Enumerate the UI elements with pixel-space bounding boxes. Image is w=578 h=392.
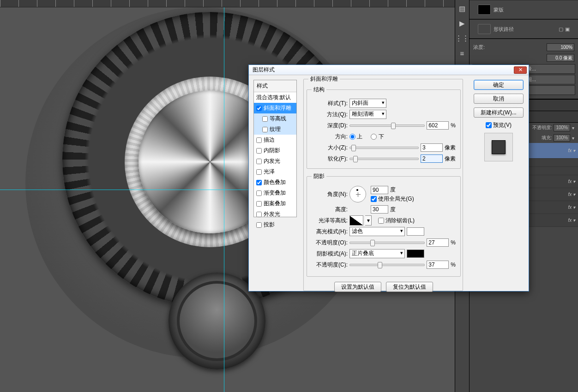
style-item-checkbox[interactable] (256, 190, 262, 196)
style-combo[interactable]: 内斜面 (349, 99, 386, 108)
style-item-checkbox[interactable] (256, 106, 262, 111)
style-item-label: 描边 (264, 136, 275, 144)
style-item-checkbox[interactable] (256, 222, 262, 228)
anti-alias-checkbox[interactable]: 消除锯齿(L) (378, 217, 415, 225)
shadow-mode-combo[interactable]: 正片叠底 (349, 249, 405, 258)
fill-label: 填充: (542, 135, 552, 141)
style-item-checkbox[interactable] (256, 159, 262, 164)
style-label: 样式(T): (312, 100, 348, 107)
ruler-horizontal (0, 0, 455, 7)
layer-style-dialog: 图层样式 ✕ 样式 混合选项:默认 斜面和浮雕等高线纹理描边内阴影内发光光泽颜色… (248, 65, 529, 291)
style-item-checkbox[interactable] (256, 180, 262, 185)
guide-vertical[interactable] (224, 7, 224, 392)
style-item-checkbox[interactable] (256, 148, 262, 154)
layer-fx-badge[interactable]: fx ▾ (568, 218, 575, 223)
size-input[interactable]: 3 (421, 143, 443, 152)
depth-unit: % (451, 122, 456, 129)
brush-preset-icon[interactable]: ⋮⋮ (456, 32, 468, 44)
shadow-color-swatch[interactable] (407, 249, 424, 258)
cancel-button[interactable]: 取消 (474, 94, 524, 104)
direction-down-radio[interactable]: 下 (371, 133, 384, 141)
style-item-checkbox[interactable] (256, 169, 262, 175)
opacity-value[interactable]: 100% (554, 124, 570, 131)
technique-label: 方法(Q): (312, 111, 348, 119)
style-item-11[interactable]: 投影 (254, 220, 296, 230)
default-buttons-row: 设置为默认值 复位为默认值 (307, 280, 461, 294)
style-item-checkbox[interactable] (262, 116, 268, 122)
use-global-light-checkbox[interactable]: 使用全局光(G) (371, 195, 414, 203)
blend-options-row[interactable]: 混合选项:默认 (254, 92, 296, 103)
style-item-2[interactable]: 纹理 (254, 124, 296, 135)
highlight-opacity-unit: % (451, 239, 456, 246)
close-button[interactable]: ✕ (514, 66, 527, 74)
style-item-label: 等高线 (270, 115, 286, 123)
style-item-label: 图案叠加 (264, 200, 286, 208)
highlight-color-swatch[interactable] (407, 227, 424, 236)
style-item-checkbox[interactable] (256, 212, 262, 217)
style-item-0[interactable]: 斜面和浮雕 (254, 103, 296, 113)
angle-input[interactable]: 90 (371, 186, 388, 194)
layer-fx-badge[interactable]: fx ▾ (568, 179, 575, 184)
shadow-opacity-slider[interactable] (349, 264, 425, 266)
highlight-opacity-slider[interactable] (349, 242, 425, 244)
depth-slider[interactable] (349, 125, 425, 127)
gloss-contour-swatch[interactable] (349, 215, 363, 226)
angle-dial[interactable] (349, 186, 366, 202)
mask-thumb-icon[interactable] (478, 5, 491, 15)
altitude-label: 高度: (312, 206, 348, 214)
layer-fx-badge[interactable]: fx ▾ (568, 205, 575, 210)
style-item-9[interactable]: 图案叠加 (254, 198, 296, 209)
layer-fx-badge[interactable]: fx ▾ (568, 192, 575, 197)
style-item-7[interactable]: 颜色叠加 (254, 177, 296, 188)
dialog-title: 图层样式 (253, 66, 275, 74)
highlight-opacity-input[interactable]: 27 (427, 238, 449, 247)
style-item-6[interactable]: 光泽 (254, 166, 296, 177)
style-item-checkbox[interactable] (256, 201, 262, 207)
fill-value[interactable]: 100% (554, 134, 570, 142)
shadow-opacity-input[interactable]: 37 (427, 261, 449, 269)
depth-input[interactable]: 602 (427, 121, 449, 130)
play-icon[interactable]: ▶ (456, 18, 468, 30)
angle-label: 角度(N): (312, 190, 348, 198)
style-item-label: 渐变叠加 (264, 189, 286, 197)
style-item-3[interactable]: 描边 (254, 135, 296, 145)
shading-fieldset: 阴影 角度(N): 90 度 使用全局光(G) 高度: (307, 172, 461, 277)
style-item-1[interactable]: 等高线 (254, 113, 296, 124)
new-style-button[interactable]: 新建样式(W)... (474, 107, 524, 118)
altitude-input[interactable]: 30 (371, 205, 388, 214)
ok-button[interactable]: 确定 (474, 80, 524, 90)
size-slider[interactable] (349, 147, 419, 149)
gloss-contour-dropdown[interactable]: ▾ (365, 215, 372, 226)
style-item-4[interactable]: 内阴影 (254, 145, 296, 156)
dialog-titlebar[interactable]: 图层样式 ✕ (249, 65, 529, 75)
soften-slider[interactable] (349, 158, 419, 160)
style-item-8[interactable]: 渐变叠加 (254, 188, 296, 198)
technique-combo[interactable]: 雕刻清晰 (349, 110, 386, 119)
vector-mask-icon[interactable]: ▢ (559, 26, 563, 32)
reset-default-button[interactable]: 复位为默认值 (386, 282, 433, 292)
make-default-button[interactable]: 设置为默认值 (334, 282, 381, 292)
preview-checkbox[interactable]: 预览(V) (472, 121, 525, 129)
soften-input[interactable]: 2 (421, 154, 443, 163)
preview-thumbnail (484, 133, 513, 161)
style-item-10[interactable]: 外发光 (254, 209, 296, 220)
tool-preset-icon[interactable]: ≡ (456, 47, 468, 59)
style-item-5[interactable]: 内发光 (254, 156, 296, 166)
direction-up-radio[interactable]: 上 (349, 133, 362, 141)
density-value[interactable]: 100% (547, 43, 574, 51)
highlight-mode-combo[interactable]: 滤色 (349, 227, 405, 236)
highlight-mode-label: 高光模式(H): (312, 228, 348, 236)
histogram-icon[interactable]: ▤ (456, 3, 468, 15)
pixel-mask-icon[interactable]: ▣ (565, 26, 570, 32)
layer-fx-badge[interactable]: fx ▾ (568, 148, 575, 153)
bevel-legend: 斜面和浮雕 (308, 75, 340, 83)
fill-dropdown-icon[interactable]: ▾ (572, 136, 574, 141)
feather-value[interactable]: 0.0 像素 (547, 54, 574, 62)
opacity-dropdown-icon[interactable]: ▾ (572, 125, 574, 131)
structure-fieldset: 结构 样式(T): 内斜面 方法(Q): 雕刻清晰 深度(D): 602 % 方… (307, 86, 461, 169)
shape-path-icon[interactable] (478, 24, 491, 34)
gloss-contour-label: 光泽等高线: (312, 217, 348, 225)
style-item-checkbox[interactable] (256, 137, 262, 143)
style-item-checkbox[interactable] (262, 127, 268, 132)
style-item-label: 纹理 (270, 125, 281, 133)
